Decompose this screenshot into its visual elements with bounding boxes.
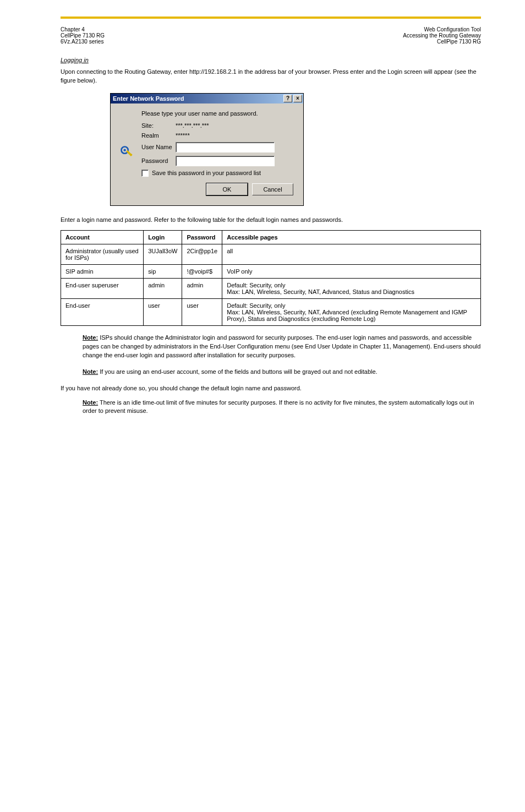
- cell-pages: Default: Security, only Max: LAN, Wirele…: [222, 278, 481, 298]
- header-right-2: Accessing the Routing Gateway: [403, 32, 481, 39]
- save-password-checkbox[interactable]: [141, 170, 149, 177]
- password-input[interactable]: [176, 156, 275, 166]
- cell-password: !@voip#$: [182, 264, 222, 278]
- password-dialog: Enter Network Password ? × Ple: [110, 93, 304, 206]
- site-value: ***.***.***.***: [176, 122, 275, 129]
- th-password: Password: [182, 230, 222, 244]
- close-button[interactable]: ×: [293, 95, 302, 102]
- dialog-prompt: Please type your user name and password.: [141, 110, 296, 117]
- username-label: User Name: [141, 144, 176, 150]
- cell-pages: all: [222, 244, 481, 264]
- cell-account: End-user superuser: [61, 278, 144, 298]
- key-icon: [118, 145, 136, 160]
- th-login: Login: [144, 230, 182, 244]
- cell-account: End-user: [61, 298, 144, 325]
- cell-password: admin: [182, 278, 222, 298]
- table-row: End-user superuser admin admin Default: …: [61, 278, 481, 298]
- help-button[interactable]: ?: [283, 95, 292, 102]
- th-pages: Accessible pages: [222, 230, 481, 244]
- accounts-table: Account Login Password Accessible pages …: [61, 230, 481, 326]
- svg-point-1: [123, 149, 125, 151]
- header-right-1: Web Configuration Tool: [403, 26, 481, 32]
- header-right-3: CellPipe 7130 RG: [403, 39, 481, 45]
- username-input[interactable]: [176, 142, 275, 152]
- section-title-logging-in: Logging in: [61, 57, 481, 63]
- cell-account: SIP admin: [61, 264, 144, 278]
- note-lead: Note:: [83, 334, 98, 341]
- table-row: End-user user user Default: Security, on…: [61, 298, 481, 325]
- note-1: Note: ISPs should change the Administrat…: [83, 334, 481, 360]
- post-note-paragraph: If you have not already done so, you sho…: [61, 384, 481, 393]
- header-center-1: CellPipe 7130 RG: [61, 32, 105, 39]
- realm-label: Realm: [141, 132, 176, 139]
- password-label: Password: [141, 157, 176, 164]
- ok-button[interactable]: OK: [206, 183, 248, 195]
- note-3: Note: There is an idle time-out limit of…: [83, 399, 481, 416]
- cell-login: user: [144, 298, 182, 325]
- cell-account: Administrator (usually used for ISPs): [61, 244, 144, 264]
- table-header-row: Account Login Password Accessible pages: [61, 230, 481, 244]
- cell-login: admin: [144, 278, 182, 298]
- dialog-titlebar: Enter Network Password ? ×: [111, 94, 303, 103]
- header-rule: [61, 17, 481, 19]
- page-header: Chapter 4 CellPipe 7130 RG 6Vz.A2130 ser…: [61, 26, 481, 45]
- note-body: ISPs should change the Administrator log…: [83, 334, 480, 358]
- cell-pages: VoIP only: [222, 264, 481, 278]
- cell-pages: Default: Security, only Max: LAN, Wirele…: [222, 298, 481, 325]
- note-body: There is an idle time-out limit of five …: [83, 399, 474, 415]
- site-label: Site:: [141, 122, 176, 129]
- table-row: SIP admin sip !@voip#$ VoIP only: [61, 264, 481, 278]
- cell-login: sip: [144, 264, 182, 278]
- realm-value: ******: [176, 132, 275, 139]
- table-row: Administrator (usually used for ISPs) 3U…: [61, 244, 481, 264]
- header-left: Chapter 4: [61, 26, 105, 32]
- header-center-2: 6Vz.A2130 series: [61, 39, 105, 45]
- section-p1: Upon connecting to the Routing Gateway, …: [61, 68, 481, 85]
- cell-login: 3UJall3oW: [144, 244, 182, 264]
- cell-password: user: [182, 298, 222, 325]
- dialog-title: Enter Network Password: [113, 95, 282, 102]
- cancel-button[interactable]: Cancel: [252, 183, 293, 195]
- note-2: Note: If you are using an end-user accou…: [83, 368, 481, 377]
- cell-password: 2Cir@pp1e: [182, 244, 222, 264]
- note-body: If you are using an end-user account, so…: [100, 368, 378, 375]
- save-password-label: Save this password in your password list: [152, 170, 261, 176]
- note-lead: Note:: [83, 368, 98, 375]
- note-lead: Note:: [83, 399, 98, 406]
- section-p2: Enter a login name and password. Refer t…: [61, 216, 481, 225]
- th-account: Account: [61, 230, 144, 244]
